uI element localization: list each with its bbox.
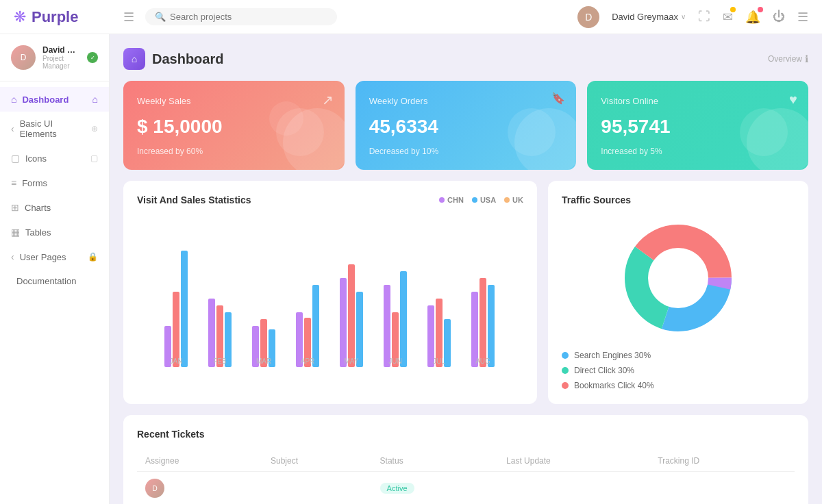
donut-legend: Search Engines 30% Direct Click 30% Book… bbox=[562, 351, 795, 390]
hamburger-icon[interactable]: ☰ bbox=[123, 10, 134, 25]
page-title: Dashboard bbox=[152, 51, 223, 67]
sidebar-item-forms-left: ≡ Forms bbox=[11, 177, 47, 188]
bar-may-pink bbox=[348, 264, 355, 367]
stat-cards: Weekly Sales ↗ $ 15,0000 Increased by 60… bbox=[123, 81, 808, 170]
nav-menu-icon[interactable]: ☰ bbox=[797, 10, 808, 25]
td-assignee: D bbox=[137, 472, 262, 505]
month-apr: APR bbox=[301, 357, 315, 365]
sidebar: D David Grey. H Project Manager ✓ ⌂ Dash… bbox=[0, 34, 110, 504]
fullscreen-icon[interactable]: ⛶ bbox=[698, 10, 710, 24]
td-status: Active bbox=[372, 472, 498, 505]
lock-badge-icon: 🔒 bbox=[88, 252, 98, 262]
sidebar-item-dashboard-left: ⌂ Dashboard bbox=[11, 94, 68, 105]
sidebar-label-dashboard: Dashboard bbox=[22, 94, 68, 105]
col-subject: Subject bbox=[262, 451, 372, 472]
sidebar-item-basic-left: ‹ Basic UI Elements bbox=[11, 118, 91, 139]
bar-chart-title: Visit And Sales Statistics bbox=[137, 194, 251, 205]
basic-ui-icon: ‹ bbox=[11, 123, 14, 134]
legend-usa-dot bbox=[472, 197, 477, 203]
legend-chn-label: CHN bbox=[447, 196, 464, 204]
sidebar-label-icons: Icons bbox=[25, 153, 47, 164]
bar-may-blue bbox=[356, 292, 363, 367]
sidebar-label-forms: Forms bbox=[22, 178, 47, 188]
sidebar-item-documentation[interactable]: Documentation bbox=[0, 269, 109, 293]
nav-username[interactable]: David Greymaax ∨ bbox=[612, 12, 686, 22]
logo-area: ❋ Purple bbox=[14, 8, 123, 26]
month-jan: JAN bbox=[170, 357, 183, 365]
charts-row: Visit And Sales Statistics CHN USA UK bbox=[123, 181, 808, 404]
stat-card-1-circle-tiny bbox=[269, 101, 303, 136]
donut-chart-card: Traffic Sources bbox=[548, 181, 808, 404]
legend-chn: CHN bbox=[439, 196, 464, 204]
lock-icon: ‹ bbox=[11, 251, 14, 262]
bar-chart-legend: CHN USA UK bbox=[439, 196, 523, 204]
bell-badge bbox=[758, 7, 763, 12]
topnav: ❋ Purple ☰ 🔍 D David Greymaax ∨ ⛶ ✉ 🔔 ⏻ … bbox=[0, 0, 822, 34]
row-avatar: D bbox=[145, 479, 164, 498]
legend-search-dot bbox=[562, 352, 569, 359]
page-header: ⌂ Dashboard Overview ℹ bbox=[123, 48, 808, 70]
legend-direct-label: Direct Click 30% bbox=[574, 366, 634, 375]
sidebar-user: D David Grey. H Project Manager ✓ bbox=[0, 45, 109, 81]
mail-badge bbox=[730, 7, 736, 12]
legend-search-engines: Search Engines 30% bbox=[562, 351, 795, 360]
bar-chart-area: JAN FEB MAR APR MAY JUN JUL AUG bbox=[137, 216, 523, 370]
search-area[interactable]: 🔍 bbox=[145, 8, 337, 25]
legend-bookmarks-click: Bookmarks Click 40% bbox=[562, 381, 795, 390]
donut-center bbox=[648, 248, 708, 308]
bar-jun-purple bbox=[384, 285, 390, 367]
legend-direct-dot bbox=[562, 367, 569, 374]
sidebar-username: David Grey. H bbox=[42, 45, 80, 55]
main-layout: D David Grey. H Project Manager ✓ ⌂ Dash… bbox=[0, 34, 822, 504]
search-icon: 🔍 bbox=[155, 12, 166, 22]
power-icon[interactable]: ⏻ bbox=[773, 10, 785, 24]
nav-avatar: D bbox=[577, 6, 599, 28]
bar-jan-pink bbox=[173, 292, 179, 367]
stat-card-weekly-sales: Weekly Sales ↗ $ 15,0000 Increased by 60… bbox=[123, 81, 345, 170]
sidebar-role: Project Manager bbox=[42, 55, 80, 70]
sidebar-item-charts[interactable]: ⊞ Charts bbox=[0, 195, 109, 220]
sidebar-item-docs-left: Documentation bbox=[11, 276, 76, 286]
sidebar-item-dashboard[interactable]: ⌂ Dashboard ⌂ bbox=[0, 87, 109, 112]
sidebar-item-icons-left: ▢ Icons bbox=[11, 153, 47, 164]
bell-icon[interactable]: 🔔 bbox=[745, 10, 760, 25]
legend-bookmarks-dot bbox=[562, 382, 569, 389]
sidebar-item-charts-left: ⊞ Charts bbox=[11, 202, 51, 213]
mail-icon[interactable]: ✉ bbox=[723, 10, 733, 25]
sidebar-label-charts: Charts bbox=[25, 203, 51, 213]
legend-usa: USA bbox=[472, 196, 496, 204]
bar-chart-svg: JAN FEB MAR APR MAY JUN JUL AUG bbox=[137, 216, 523, 367]
page-title-area: ⌂ Dashboard bbox=[123, 48, 223, 70]
stat-card-2-top: Weekly Orders 🔖 bbox=[369, 94, 563, 107]
legend-bookmarks-label: Bookmarks Click 40% bbox=[574, 381, 654, 390]
month-aug: AUG bbox=[475, 357, 490, 365]
stat-card-3-top: Visitors Online ♥ bbox=[601, 94, 795, 107]
bar-jun-blue bbox=[400, 271, 407, 367]
sidebar-item-icons[interactable]: ▢ Icons ▢ bbox=[0, 146, 109, 171]
month-feb: FEB bbox=[213, 357, 227, 365]
donut-chart-title-row: Traffic Sources bbox=[562, 194, 795, 205]
forms-icon: ≡ bbox=[11, 177, 16, 188]
overview-text: Overview ℹ bbox=[768, 53, 808, 64]
sidebar-item-user-pages[interactable]: ‹ User Pages 🔒 bbox=[0, 244, 109, 269]
donut-container: Search Engines 30% Direct Click 30% Book… bbox=[562, 216, 795, 390]
sidebar-user-info: David Grey. H Project Manager bbox=[42, 45, 80, 70]
bar-jan-blue bbox=[181, 251, 188, 367]
stat-card-2-icon: 🔖 bbox=[551, 92, 565, 105]
sidebar-item-tables[interactable]: ▦ Tables bbox=[0, 220, 109, 244]
td-subject bbox=[262, 472, 372, 505]
logo-icon: ❋ bbox=[14, 8, 26, 26]
td-tracking-id bbox=[649, 472, 795, 505]
col-last-update: Last Update bbox=[498, 451, 649, 472]
legend-direct-click: Direct Click 30% bbox=[562, 366, 795, 375]
search-input[interactable] bbox=[170, 12, 327, 22]
sidebar-item-basic-ui[interactable]: ‹ Basic UI Elements ⊕ bbox=[0, 112, 109, 146]
nav-right: D David Greymaax ∨ ⛶ ✉ 🔔 ⏻ ☰ bbox=[577, 6, 808, 28]
tickets-header-row: Assignee Subject Status Last Update Trac… bbox=[137, 451, 795, 472]
legend-usa-label: USA bbox=[480, 196, 496, 204]
stat-card-1-label: Weekly Sales bbox=[137, 96, 191, 106]
bar-feb-purple bbox=[208, 299, 215, 367]
sidebar-item-forms[interactable]: ≡ Forms bbox=[0, 171, 109, 195]
tickets-table: Assignee Subject Status Last Update Trac… bbox=[137, 451, 795, 504]
tickets-card: Recent Tickets Assignee Subject Status L… bbox=[123, 415, 808, 504]
